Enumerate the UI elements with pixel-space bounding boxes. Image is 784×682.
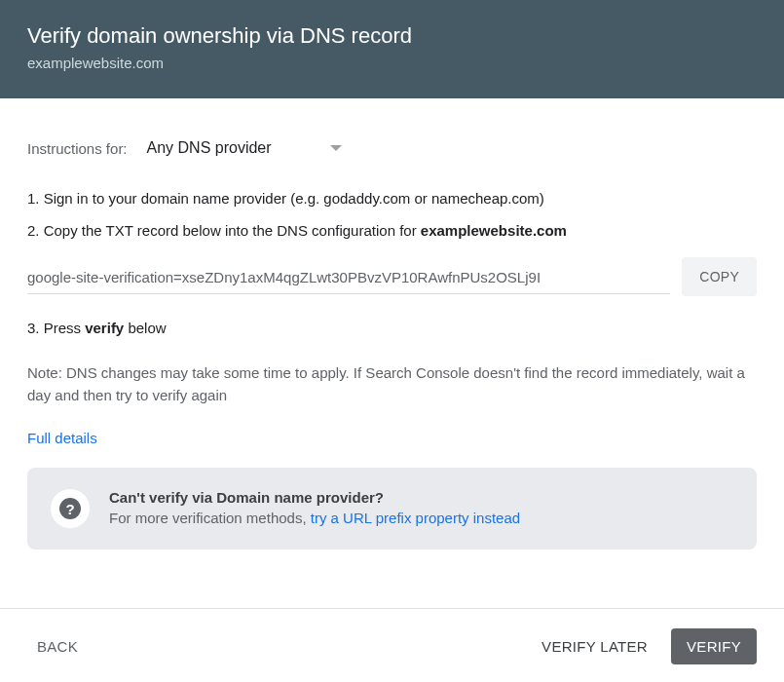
step-2-domain: examplewebsite.com: [421, 222, 567, 239]
back-button[interactable]: BACK: [27, 630, 88, 663]
step-3: 3. Press verify below: [27, 318, 757, 340]
alt-verification-panel: ? Can't verify via Domain name provider?…: [27, 468, 757, 549]
alt-panel-line: For more verification methods, try a URL…: [109, 510, 733, 526]
chevron-down-icon: [330, 145, 342, 151]
step-3-suffix: below: [124, 320, 166, 336]
step-3-verify-word: verify: [85, 320, 124, 336]
alt-panel-title: Can't verify via Domain name provider?: [109, 489, 733, 506]
step-1: 1. Sign in to your domain name provider …: [27, 188, 757, 210]
verify-button[interactable]: VERIFY: [671, 628, 757, 664]
dialog-subtitle-domain: examplewebsite.com: [27, 55, 757, 71]
step-2-text: 2. Copy the TXT record below into the DN…: [27, 222, 421, 239]
dialog-content: Instructions for: Any DNS provider 1. Si…: [0, 98, 784, 608]
txt-record-input[interactable]: [27, 259, 670, 294]
question-mark-icon: ?: [59, 498, 81, 519]
full-details-link[interactable]: Full details: [27, 430, 97, 446]
instructions-for-label: Instructions for:: [27, 140, 128, 157]
copy-button[interactable]: COPY: [682, 257, 757, 296]
verify-later-button[interactable]: VERIFY LATER: [532, 630, 657, 663]
alt-panel-prefix: For more verification methods,: [109, 510, 311, 526]
step-2: 2. Copy the TXT record below into the DN…: [27, 220, 757, 243]
step-3-prefix: 3. Press: [27, 320, 85, 336]
dialog-title: Verify domain ownership via DNS record: [27, 23, 757, 49]
help-icon-circle: ?: [51, 489, 90, 528]
dns-provider-dropdown[interactable]: Any DNS provider: [141, 135, 348, 161]
dialog-footer: BACK VERIFY LATER VERIFY: [0, 608, 784, 682]
dns-delay-note: Note: DNS changes may take some time to …: [27, 361, 757, 407]
dialog-header: Verify domain ownership via DNS record e…: [0, 0, 784, 98]
dns-provider-value: Any DNS provider: [147, 139, 272, 157]
url-prefix-link[interactable]: try a URL prefix property instead: [311, 510, 520, 526]
